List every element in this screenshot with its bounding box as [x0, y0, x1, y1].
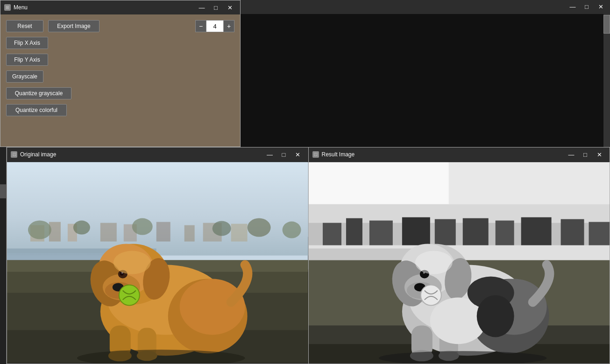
svg-rect-51	[322, 223, 341, 246]
svg-rect-9	[184, 225, 195, 242]
original-image-content	[7, 161, 308, 364]
svg-rect-58	[521, 217, 551, 246]
svg-point-14	[132, 218, 153, 235]
dark-panel: — □ ✕	[241, 0, 610, 147]
menu-window: ⊞ Menu — □ ✕ Reset Export Image − 4 + Fl…	[0, 0, 241, 147]
stepper-plus-button[interactable]: +	[223, 20, 234, 32]
menu-row-5: Quantize grayscale	[6, 87, 234, 99]
svg-rect-47	[309, 162, 449, 204]
result-image-icon: 🖼	[312, 151, 319, 158]
svg-rect-60	[589, 222, 610, 246]
menu-minimize-button[interactable]: —	[195, 3, 208, 12]
result-titlebar-controls: — □ ✕	[565, 150, 606, 159]
svg-rect-11	[231, 224, 248, 242]
titlebar-left: ⊞ Menu	[4, 4, 28, 11]
stepper-minus-button[interactable]: −	[195, 20, 206, 32]
result-titlebar: 🖼 Result Image — □ ✕	[309, 147, 610, 161]
menu-maximize-button[interactable]: □	[209, 3, 222, 12]
original-image-icon: 🖼	[11, 151, 17, 158]
svg-point-79	[415, 251, 452, 274]
svg-rect-56	[462, 218, 488, 246]
dark-close-button[interactable]: ✕	[594, 2, 607, 11]
svg-point-38	[113, 251, 151, 274]
svg-point-17	[283, 222, 301, 238]
stepper: − 4 +	[195, 20, 234, 32]
quantize-colorful-button[interactable]: Quantize colorful	[6, 104, 67, 116]
dark-minimize-button[interactable]: —	[566, 2, 579, 11]
original-close-button[interactable]: ✕	[291, 150, 305, 159]
original-minimize-button[interactable]: —	[263, 150, 277, 159]
flip-y-axis-button[interactable]: Flip Y Axis	[6, 54, 48, 66]
menu-close-button[interactable]: ✕	[223, 3, 236, 12]
result-titlebar-left: 🖼 Result Image	[312, 151, 355, 158]
original-titlebar-left: 🖼 Original image	[11, 151, 56, 158]
original-dog-image	[7, 161, 308, 364]
svg-point-44	[180, 279, 245, 335]
svg-rect-8	[156, 222, 170, 242]
svg-rect-52	[346, 218, 362, 246]
original-titlebar: 🖼 Original image — □ ✕	[7, 147, 308, 161]
menu-row-6: Quantize colorful	[6, 104, 234, 116]
svg-rect-59	[560, 219, 584, 246]
result-image-content	[309, 161, 610, 364]
flip-x-axis-button[interactable]: Flip X Axis	[6, 37, 48, 49]
reset-button[interactable]: Reset	[6, 20, 43, 32]
dark-panel-controls: — □ ✕	[566, 2, 607, 12]
svg-rect-6	[100, 223, 117, 242]
svg-point-15	[213, 221, 231, 236]
result-image-window: 🖼 Result Image — □ ✕	[309, 147, 610, 364]
menu-content: Reset Export Image − 4 + Flip X Axis Fli…	[0, 14, 240, 122]
menu-row-4: Grayscale	[6, 70, 234, 83]
result-title: Result Image	[322, 151, 355, 158]
dark-panel-titlebar: — □ ✕	[241, 0, 610, 14]
svg-rect-57	[495, 221, 514, 246]
menu-row-3: Flip Y Axis	[6, 54, 234, 66]
bottom-windows: 🖼 Original image — □ ✕	[0, 147, 610, 364]
original-image-window: 🖼 Original image — □ ✕	[7, 147, 309, 364]
quantize-grayscale-button[interactable]: Quantize grayscale	[6, 87, 71, 99]
menu-titlebar-controls: — □ ✕	[195, 3, 236, 12]
stepper-value: 4	[206, 20, 223, 32]
result-dog-image	[309, 161, 610, 364]
svg-rect-55	[434, 219, 455, 246]
original-title: Original image	[20, 151, 56, 158]
svg-rect-53	[369, 221, 392, 246]
menu-icon: ⊞	[4, 4, 11, 11]
menu-row-2: Flip X Axis	[6, 37, 234, 49]
svg-rect-54	[402, 217, 430, 246]
svg-point-16	[248, 218, 271, 237]
svg-rect-48	[448, 162, 610, 204]
original-maximize-button[interactable]: □	[277, 150, 291, 159]
dark-maximize-button[interactable]: □	[580, 2, 593, 11]
scrollbar[interactable]	[603, 14, 610, 147]
menu-row-1: Reset Export Image − 4 +	[6, 20, 234, 32]
scroll-thumb[interactable]	[603, 15, 610, 34]
svg-point-88	[476, 295, 514, 337]
menu-title: Menu	[14, 4, 28, 11]
original-titlebar-controls: — □ ✕	[263, 150, 305, 159]
export-image-button[interactable]: Export Image	[48, 20, 99, 32]
menu-titlebar: ⊞ Menu — □ ✕	[0, 0, 240, 14]
result-maximize-button[interactable]: □	[579, 150, 592, 159]
grayscale-button[interactable]: Grayscale	[6, 70, 43, 83]
svg-point-12	[28, 221, 51, 239]
result-minimize-button[interactable]: —	[565, 150, 578, 159]
svg-point-13	[73, 221, 90, 235]
result-close-button[interactable]: ✕	[593, 150, 606, 159]
